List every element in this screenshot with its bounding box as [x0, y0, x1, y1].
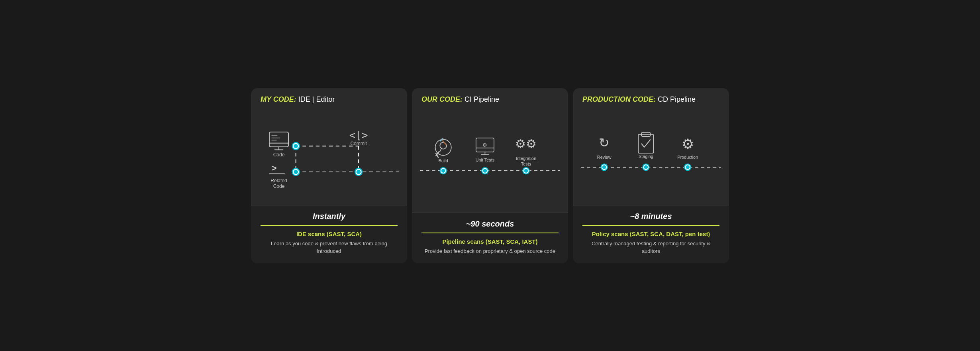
- our-code-bottom: ~90 seconds Pipeline scans (SAST, SCA, I…: [412, 213, 568, 263]
- our-code-svg: 🔨 Build ⚙ Unit Tests ⚙⚙ Integration Test…: [420, 117, 560, 205]
- integration-tests-label-2: Tests: [521, 162, 531, 166]
- production-label: Production: [677, 155, 698, 160]
- production-code-scan-desc: Centrally managed testing & reporting fo…: [582, 240, 719, 255]
- svg-line-27: [440, 148, 441, 151]
- my-code-bottom: Instantly IDE scans (SAST, SCA) Learn as…: [251, 205, 407, 263]
- my-code-scan-desc: Learn as you code & prevent new flaws fr…: [261, 240, 398, 255]
- our-code-highlight: OUR CODE:: [421, 95, 463, 103]
- our-code-scan-desc: Provide fast feedback on proprietary & o…: [421, 247, 559, 255]
- svg-text:>: >: [271, 163, 276, 173]
- production-code-diagram: ↻ Review Staging ⚙ Production: [573, 109, 729, 205]
- my-code-highlight: MY CODE:: [261, 95, 296, 103]
- related-code-label: Related: [270, 177, 287, 183]
- svg-text:🔨: 🔨: [439, 138, 447, 146]
- svg-text:<⌊>: <⌊>: [349, 129, 368, 141]
- svg-point-18: [293, 169, 298, 174]
- production-code-highlight: PRODUCTION CODE:: [582, 95, 656, 103]
- production-code-bottom: ~8 minutes Policy scans (SAST, SCA, DAST…: [573, 205, 729, 263]
- my-code-diagram: Code > Related Code <⌊> Commit: [251, 109, 407, 205]
- production-code-header: PRODUCTION CODE: CD Pipeline: [573, 88, 729, 109]
- our-code-panel: OUR CODE: CI Pipeline 🔨 Build ⚙: [412, 88, 568, 263]
- my-code-header: MY CODE: IDE | Editor: [251, 88, 407, 109]
- staging-label: Staging: [639, 154, 653, 158]
- my-code-panel: MY CODE: IDE | Editor: [251, 88, 407, 263]
- code-label: Code: [273, 152, 285, 158]
- svg-text:Code: Code: [273, 183, 285, 189]
- svg-point-38: [483, 169, 488, 174]
- unit-tests-label: Unit Tests: [476, 158, 495, 162]
- svg-point-47: [602, 165, 607, 170]
- our-code-scan-title: Pipeline scans (SAST, SCA, IAST): [421, 238, 559, 245]
- my-code-scan-title: IDE scans (SAST, SCA): [261, 231, 398, 237]
- my-code-svg: Code > Related Code <⌊> Commit: [259, 113, 399, 201]
- svg-rect-4: [269, 132, 288, 147]
- review-label: Review: [597, 155, 612, 160]
- our-code-subtitle: CI Pipeline: [465, 95, 499, 103]
- my-code-subtitle: IDE | Editor: [298, 95, 335, 103]
- svg-text:⚙⚙: ⚙⚙: [515, 137, 537, 150]
- production-code-subtitle: CD Pipeline: [658, 95, 696, 103]
- production-code-divider: [582, 225, 719, 226]
- my-code-divider: [261, 225, 398, 226]
- svg-point-16: [293, 143, 298, 148]
- svg-point-51: [685, 165, 690, 170]
- svg-point-40: [524, 169, 529, 174]
- svg-text:⚙: ⚙: [682, 136, 694, 152]
- production-code-svg: ↻ Review Staging ⚙ Production: [581, 113, 721, 201]
- svg-text:⚙: ⚙: [482, 142, 487, 148]
- main-container: MY CODE: IDE | Editor: [251, 88, 729, 263]
- our-code-header: OUR CODE: CI Pipeline: [412, 88, 568, 109]
- our-code-divider: [421, 233, 559, 233]
- production-code-time: ~8 minutes: [582, 212, 719, 221]
- build-label: Build: [439, 158, 448, 163]
- integration-tests-label-1: Integration: [516, 156, 536, 161]
- production-code-scan-title: Policy scans (SAST, SCA, DAST, pen test): [582, 231, 719, 237]
- svg-rect-43: [638, 134, 654, 153]
- our-code-time: ~90 seconds: [421, 219, 559, 229]
- svg-point-49: [644, 165, 649, 170]
- my-code-time: Instantly: [261, 212, 398, 221]
- svg-point-20: [356, 169, 361, 174]
- production-code-panel: PRODUCTION CODE: CD Pipeline ↻ Review St…: [573, 88, 729, 263]
- svg-text:↻: ↻: [599, 135, 610, 150]
- our-code-diagram: 🔨 Build ⚙ Unit Tests ⚙⚙ Integration Test…: [412, 109, 568, 213]
- svg-point-36: [441, 169, 446, 174]
- commit-label: Commit: [350, 141, 367, 146]
